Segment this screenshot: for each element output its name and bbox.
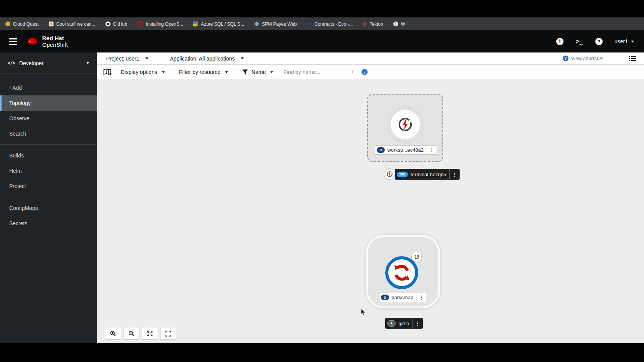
- sidebar-item-helm[interactable]: Helm: [0, 163, 97, 179]
- sidebar-item-configmaps[interactable]: ConfigMaps: [0, 200, 97, 216]
- terminal-node-name: terminal-hezqn5: [411, 172, 446, 177]
- export-application-icon[interactable]: [103, 68, 112, 76]
- find-by-name-input[interactable]: [283, 69, 342, 75]
- terminal-node-decorator[interactable]: [384, 168, 395, 180]
- web-terminal-icon[interactable]: [575, 38, 583, 46]
- devworkspace-icon: [396, 116, 414, 133]
- bookmark-installing-openshift[interactable]: Installing OpenS...: [137, 21, 183, 27]
- view-shortcuts-button[interactable]: View shortcuts: [563, 56, 603, 61]
- project-dropdown[interactable]: Project: user1: [106, 56, 148, 62]
- parksmap-node-name: parksmap: [391, 295, 413, 300]
- workspace-node-label[interactable]: D worksp...ec48a2: [375, 145, 437, 155]
- application-dropdown-label: Application: All applications: [170, 56, 235, 62]
- name-filter-dropdown[interactable]: Name: [251, 69, 273, 75]
- deployment-badge: D: [377, 147, 385, 153]
- nav-label: Search: [9, 131, 26, 137]
- help-icon[interactable]: [595, 38, 603, 46]
- bookmark-label: Tekton: [370, 21, 383, 27]
- sidebar-item-add[interactable]: +Add: [0, 80, 97, 95]
- application-dropdown[interactable]: Application: All applications: [170, 56, 244, 62]
- filter-by-resource-label: Filter by resource: [179, 69, 220, 75]
- devworkspace-icon: [386, 170, 393, 178]
- masthead: Red Hat OpenShift user1: [0, 30, 644, 52]
- kebab-menu-icon[interactable]: [413, 321, 422, 326]
- bookmark-contracts[interactable]: Contracts - Eco -...: [307, 21, 353, 27]
- sidebar-item-builds[interactable]: Builds: [0, 148, 97, 163]
- perspective-switcher[interactable]: Developer: [0, 52, 97, 74]
- filter-by-resource-dropdown[interactable]: Filter by resource: [179, 69, 228, 75]
- workspace-node[interactable]: [391, 110, 420, 139]
- bookmark-cloud-quest[interactable]: Cloud Quest: [5, 21, 39, 27]
- browser-bookmarks-bar: Cloud Quest Cool stuff we can... GitHub …: [0, 17, 644, 30]
- deployment-badge: D: [381, 295, 389, 300]
- bookmark-label: GitHub: [113, 21, 127, 27]
- bookmark-azure-sql[interactable]: Azure SQL / SQL S...: [193, 21, 244, 27]
- bookmark-spm-payee[interactable]: SPM Payee Web: [254, 21, 297, 27]
- chevron-down-icon: [86, 62, 89, 64]
- sidebar-item-secrets[interactable]: Secrets: [0, 216, 97, 231]
- reset-view-button[interactable]: [161, 328, 176, 339]
- globe-favicon: [393, 21, 398, 26]
- brand-line-2: OpenShift: [42, 41, 68, 48]
- zoom-in-icon: [110, 331, 116, 337]
- name-filter-label: Name: [251, 69, 266, 75]
- bookmark-label: Azure SQL / SQL S...: [201, 21, 244, 27]
- external-link-icon: [414, 255, 419, 259]
- canvas-controls: [105, 328, 176, 339]
- gitea-node-label[interactable]: A gitea: [385, 318, 423, 329]
- bookmark-label: Cloud Quest: [13, 21, 39, 27]
- redhat-openshift-logo[interactable]: Red Hat OpenShift: [26, 35, 68, 48]
- nav-label: ConfigMaps: [9, 205, 38, 211]
- zoom-in-button[interactable]: [105, 328, 121, 339]
- mouse-cursor: [360, 308, 366, 318]
- bookmark-cool-stuff[interactable]: Cool stuff we can...: [49, 21, 95, 27]
- cool-stuff-favicon: [49, 21, 54, 26]
- sidebar: Developer +Add Topology Observe Search B…: [0, 52, 97, 343]
- bookmark-tekton[interactable]: Tekton: [363, 21, 383, 27]
- terminal-node-label[interactable]: DW terminal-hezqn5: [395, 169, 460, 180]
- spm-favicon: [254, 21, 259, 26]
- nav-divider: [0, 197, 97, 197]
- list-view-toggle-icon[interactable]: [629, 56, 636, 62]
- open-url-decorator[interactable]: [411, 252, 422, 262]
- kebab-menu-icon[interactable]: [427, 147, 437, 153]
- project-dropdown-label: Project: user1: [106, 56, 139, 62]
- bookmark-label: Cool stuff we can...: [56, 21, 95, 27]
- workspace-node-name: worksp...ec48a2: [387, 147, 424, 153]
- sidebar-item-observe[interactable]: Observe: [0, 111, 97, 126]
- brand-line-1: Red Hat: [42, 35, 68, 41]
- zoom-out-button[interactable]: [124, 328, 139, 339]
- kebab-menu-icon[interactable]: [450, 172, 459, 177]
- chevron-down-icon: [271, 71, 273, 73]
- chevron-down-icon: [631, 41, 634, 43]
- nav-label: Project: [9, 183, 26, 189]
- tekton-favicon: [363, 22, 367, 26]
- parksmap-node-label[interactable]: D parksmap: [379, 293, 427, 302]
- bookmark-label: Contracts - Eco -...: [314, 21, 353, 27]
- devworkspace-badge: DW: [397, 172, 408, 177]
- nav-label: Observe: [9, 115, 30, 121]
- nav-toggle-hamburger-icon[interactable]: [8, 37, 19, 46]
- bookmark-github[interactable]: GitHub: [105, 21, 127, 27]
- chevron-down-icon: [241, 57, 244, 59]
- github-favicon: [105, 21, 110, 26]
- sidebar-item-project[interactable]: Project: [0, 179, 97, 194]
- kebab-menu-icon[interactable]: [417, 295, 426, 300]
- bookmark-label: W: [401, 21, 405, 27]
- fit-to-screen-button[interactable]: [142, 328, 158, 339]
- info-icon[interactable]: [361, 69, 368, 75]
- sidebar-item-topology[interactable]: Topology: [0, 95, 97, 111]
- view-shortcuts-label: View shortcuts: [571, 56, 603, 61]
- quick-create-plus-icon[interactable]: [556, 38, 564, 46]
- user-menu[interactable]: user1: [614, 38, 634, 44]
- display-options-label: Display options: [121, 69, 157, 75]
- microsoft-favicon: [193, 21, 198, 26]
- topology-canvas[interactable]: D worksp...ec48a2 DW terminal-hezqn5: [97, 79, 644, 343]
- context-bar: Project: user1 Application: All applicat…: [97, 52, 644, 65]
- bookmark-w[interactable]: W: [393, 21, 405, 27]
- display-options-dropdown[interactable]: Display options: [121, 69, 165, 75]
- parksmap-node[interactable]: [385, 256, 418, 289]
- sidebar-item-search[interactable]: Search: [0, 126, 97, 141]
- expand-arrows-icon: [147, 331, 153, 337]
- zoom-out-icon: [128, 331, 135, 337]
